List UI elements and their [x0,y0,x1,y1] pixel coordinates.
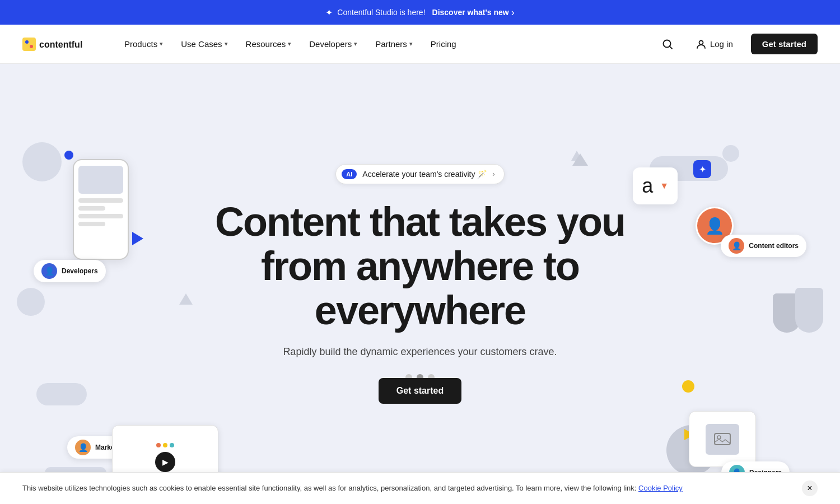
get-started-nav-button[interactable]: Get started [751,34,818,54]
logo[interactable]: contentful [22,35,90,53]
logo-svg: contentful [22,35,90,53]
resources-caret: ▾ [288,40,291,48]
play-button[interactable]: ▶ [155,452,175,472]
nav-links: Products ▾ Use Cases ▾ Resources ▾ Devel… [116,35,657,53]
cookie-text: This website utilizes technologies such … [22,483,750,494]
phone-line-3 [78,214,123,218]
banner-icon: ✦ [325,7,333,18]
banner-link[interactable]: Discover what's new › [432,7,515,18]
badge-developers: 👤 Developers [34,260,106,282]
svg-point-2 [30,45,33,48]
cursor-icon: ▼ [660,181,669,191]
image-icon [713,430,731,448]
search-icon [662,39,673,50]
arrow-developer [132,232,143,245]
phone-line-4 [78,222,105,226]
login-button[interactable]: Log in [687,34,742,54]
announcement-banner: ✦ Contentful Studio is here! Discover wh… [0,0,840,25]
phone-mockup-content [74,160,128,235]
cookie-close-button[interactable]: × [802,480,818,496]
deco-triangle-rt [572,153,588,166]
hero-title: Content that takes you from anywhere to … [215,200,625,333]
developers-caret: ▾ [354,40,357,48]
navbar: contentful Products ▾ Use Cases ▾ Resour… [0,25,840,64]
svg-point-8 [717,436,721,439]
svg-rect-7 [715,433,730,445]
nav-products[interactable]: Products ▾ [116,35,171,53]
ai-pill[interactable]: AI Accelerate your team's creativity 🪄 › [335,164,504,184]
video-dot-2 [163,443,167,447]
deco-dot-blue [64,151,73,160]
cookie-banner: This website utilizes technologies such … [0,472,840,504]
use-cases-caret: ▾ [225,40,228,48]
cookie-policy-link[interactable]: Cookie Policy [638,484,683,492]
hero-cta-button[interactable]: Get started [379,378,461,404]
nav-resources[interactable]: Resources ▾ [238,35,300,53]
phone-line-2 [78,206,105,211]
partners-caret: ▾ [409,40,413,48]
hero-subtitle: Rapidly build the dynamic experiences yo… [283,346,557,358]
deco-circle-right-top [722,145,739,162]
nav-pricing[interactable]: Pricing [423,35,464,53]
phone-mockup [73,159,129,260]
deco-triangle-left [179,293,193,305]
nav-right: Log in Get started [657,34,818,54]
deco-rect-left [36,383,87,405]
svg-point-1 [25,40,29,44]
avatar-content: 👤 [729,238,744,254]
nav-developers[interactable]: Developers ▾ [301,35,365,53]
ai-pill-text: Accelerate your team's creativity 🪄 [362,170,487,179]
avatar-developers: 👤 [41,263,57,279]
deco-circle-large-left [22,142,62,181]
hero-section: 👤 Developers a ▼ ✦ 👤 👤 Content editors 👤… [0,64,840,504]
image-placeholder [706,424,739,455]
svg-text:contentful: contentful [39,40,82,49]
login-icon [696,39,707,50]
image-mockup [689,411,756,467]
font-card: a ▼ [633,167,678,204]
ai-pill-chevron: › [492,170,494,178]
phone-image-placeholder [78,166,123,194]
deco-media-shape [795,288,823,333]
ai-badge: AI [342,169,357,179]
phone-line-1 [78,198,123,203]
magic-star-icon: ✦ [693,160,711,178]
banner-text: Contentful Studio is here! [337,8,425,17]
nav-use-cases[interactable]: Use Cases ▾ [173,35,235,53]
deco-dot-yellow [682,380,694,393]
video-dots [156,443,174,447]
deco-circle-mid-left [17,288,45,316]
avatar-marketers: 👤 [75,440,91,455]
banner-chevron: › [511,7,515,18]
nav-partners[interactable]: Partners ▾ [367,35,421,53]
products-caret: ▾ [160,40,163,48]
badge-content-editors: 👤 Content editors [721,235,806,257]
video-dot-1 [156,443,161,447]
svg-point-6 [699,40,703,44]
search-button[interactable] [657,34,678,54]
video-dot-3 [170,443,174,447]
svg-rect-0 [22,38,36,51]
svg-line-5 [669,46,672,49]
